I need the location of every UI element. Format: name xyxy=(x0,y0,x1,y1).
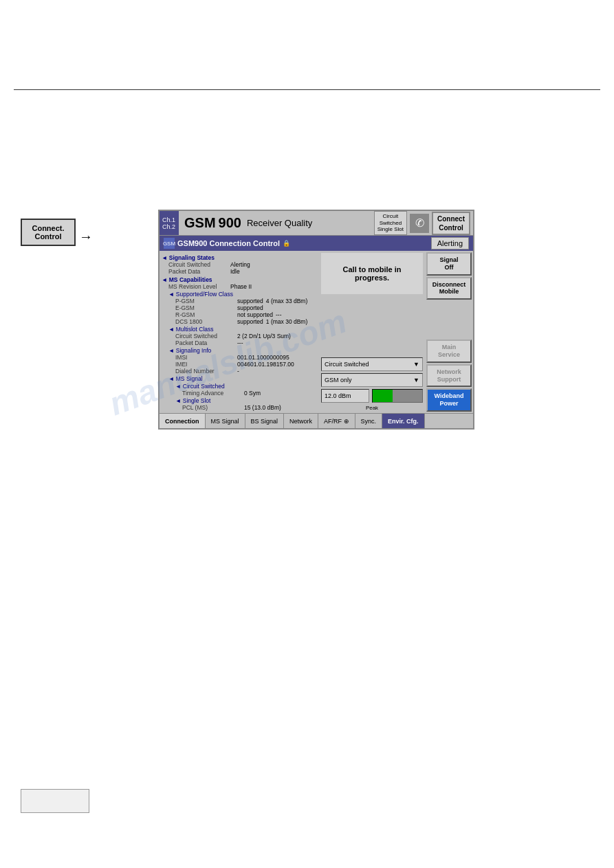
ms-rev-value: Phase II xyxy=(230,283,252,290)
p-gsm-label: P-GSM xyxy=(175,298,237,304)
supported-flow-class-header: ◄ Supported/Flow Class xyxy=(162,291,317,298)
circuit-switched-dropdown[interactable]: Circuit Switched ▼ xyxy=(321,357,423,371)
title-bar-right: Circuit Switched Single Slot ✆ Connect C… xyxy=(371,211,473,235)
alerting-badge: Alerting xyxy=(431,237,469,249)
tab-bs-signal[interactable]: BS Signal xyxy=(245,414,285,428)
connect-control-title-btn[interactable]: Connect Control xyxy=(432,212,470,235)
imei-row: IMEI 004601.01.198157.00 xyxy=(162,361,317,368)
gsm-title-label: GSM xyxy=(184,215,216,231)
signal-off-line1: Signal xyxy=(439,256,458,263)
left-info-panel: ◄ Signaling States Circuit Switched Aler… xyxy=(160,251,319,413)
wideband-power-button[interactable]: Wideband Power xyxy=(426,388,472,412)
signal-off-button[interactable]: Signal Off xyxy=(426,252,472,276)
cs-multislot-label: Circuit Switched xyxy=(175,333,237,340)
app-window: Ch.1 Ch.2 GSM 900 Receiver Quality Circu… xyxy=(158,210,474,430)
connect-control-label: Connect. Control xyxy=(32,224,64,241)
inner-content: ◄ Signaling States Circuit Switched Aler… xyxy=(160,251,473,413)
disconnect-line1: Disconnect xyxy=(432,281,466,288)
r-gsm-extra: --- xyxy=(276,311,282,318)
power-level-value: 12.0 dBm xyxy=(325,392,351,399)
pd-value: Idle xyxy=(230,268,240,275)
imsi-row: IMSI 001.01.1000000095 xyxy=(162,354,317,361)
center-panel: Call to mobile in progress. Circuit Swit… xyxy=(319,251,425,413)
gsm-only-dropdown[interactable]: GSM only ▼ xyxy=(321,373,423,387)
tab-network-label: Network xyxy=(289,418,312,425)
tab-ms-signal-label: MS Signal xyxy=(211,418,239,425)
power-level-display: 12.0 dBm xyxy=(321,389,369,403)
tab-connection[interactable]: Connection xyxy=(160,414,206,428)
tab-sync-label: Sync. xyxy=(361,418,377,425)
tab-envir-cfg[interactable]: Envir. Cfg. xyxy=(382,414,425,428)
pd-label: Packet Data xyxy=(168,268,230,275)
gsm-only-dropdown-value: GSM only xyxy=(325,377,352,383)
timing-advance-row: Timing Advance 0 Sym xyxy=(162,390,317,397)
disconnect-line2: Mobile xyxy=(439,288,459,295)
connection-control-title: GSM900 Connection Control xyxy=(177,239,280,247)
signaling-info-header: ◄ Signaling Info xyxy=(162,347,317,354)
ms-capabilities-header: ◄ MS Capabilities xyxy=(162,276,317,283)
timing-advance-label: Timing Advance xyxy=(182,390,244,397)
wideband-line1: Wideband xyxy=(435,392,464,399)
imei-value: 004601.01.198157.00 xyxy=(237,361,294,368)
circuit-switched-dropdown-row: Circuit Switched ▼ xyxy=(321,357,423,371)
dcs-value: supported xyxy=(237,318,263,325)
main-service-button[interactable]: Main Service xyxy=(426,340,472,363)
network-support-line1: Network xyxy=(437,368,461,375)
title-bar-main: GSM 900 Receiver Quality xyxy=(179,211,371,235)
tab-network[interactable]: Network xyxy=(284,414,318,428)
gsm-only-dropdown-row: GSM only ▼ xyxy=(321,373,423,387)
multislot-class-header: ◄ Multislot Class xyxy=(162,326,317,333)
call-status-text: Call to mobile in progress. xyxy=(327,265,417,282)
badge-line2: Switched xyxy=(380,220,402,226)
tab-sync[interactable]: Sync. xyxy=(355,414,383,428)
signal-off-line2: Off xyxy=(445,264,454,271)
tab-envir-cfg-label: Envir. Cfg. xyxy=(388,418,419,425)
connect-control-box: Connect. Control xyxy=(21,219,76,246)
single-slot-header: ◄ Single Slot xyxy=(162,397,317,404)
packet-data-row: Packet Data Idle xyxy=(162,268,317,275)
pd-multislot-label: Packet Data xyxy=(175,340,237,346)
ch1-label: Ch.1 xyxy=(162,216,176,223)
pd-multislot-row: Packet Data --- xyxy=(162,340,317,346)
receiver-quality-label: Receiver Quality xyxy=(247,218,312,228)
gsm-icon: GSM xyxy=(164,238,175,249)
wideband-line2: Power xyxy=(439,400,458,407)
tab-connection-label: Connection xyxy=(165,418,199,425)
network-support-button[interactable]: Network Support xyxy=(426,364,472,388)
e-gsm-row: E-GSM supported xyxy=(162,304,317,311)
title-bar: Ch.1 Ch.2 GSM 900 Receiver Quality Circu… xyxy=(160,211,473,236)
phone-icon: ✆ xyxy=(410,214,429,233)
dcs-extra: 1 (max 30 dBm) xyxy=(266,318,307,325)
pcl-value: 15 (13.0 dBm) xyxy=(244,404,281,411)
power-bar-fill xyxy=(373,390,393,402)
tab-afrf[interactable]: AF/RF ⊕ xyxy=(318,414,355,428)
dcs-label: DCS 1800 xyxy=(175,318,237,325)
p-gsm-extra: 4 (max 33 dBm) xyxy=(266,298,307,304)
dialed-number-value: - xyxy=(237,368,239,375)
imsi-label: IMSI xyxy=(175,354,237,361)
circuit-switched-dropdown-value: Circuit Switched xyxy=(325,361,369,368)
sub-title-bar: GSM GSM900 Connection Control 🔒 Alerting xyxy=(160,236,473,251)
tab-bar: Connection MS Signal BS Signal Network A… xyxy=(160,413,473,428)
dcs-row: DCS 1800 supported 1 (max 30 dBm) xyxy=(162,318,317,325)
circuit-switched-row: Circuit Switched Alerting xyxy=(162,261,317,268)
timing-advance-value: 0 Sym xyxy=(244,390,261,397)
pd-multislot-value: --- xyxy=(237,340,243,346)
gsm-only-dropdown-arrow: ▼ xyxy=(413,377,419,383)
main-service-line2: Service xyxy=(438,351,460,358)
imsi-value: 001.01.1000000095 xyxy=(237,354,289,361)
ms-rev-label: MS Revision Level xyxy=(168,283,230,290)
ms-revision-row: MS Revision Level Phase II xyxy=(162,283,317,290)
tab-bs-signal-label: BS Signal xyxy=(251,418,278,425)
r-gsm-value: not supported xyxy=(237,311,273,318)
disconnect-mobile-button[interactable]: Disconnect Mobile xyxy=(426,277,472,300)
p-gsm-row: P-GSM supported 4 (max 33 dBm) xyxy=(162,298,317,304)
dialed-number-row: Dialed Number - xyxy=(162,368,317,375)
ms-signal-header: ◄ MS Signal xyxy=(162,375,317,382)
tab-ms-signal[interactable]: MS Signal xyxy=(206,414,245,428)
badge-line1: Circuit xyxy=(383,213,399,219)
cc-btn-line1: Connect xyxy=(437,215,465,223)
pcl-label: PCL (MS) xyxy=(182,404,244,411)
ch2-label: Ch.2 xyxy=(162,223,176,230)
bottom-box xyxy=(21,789,89,813)
